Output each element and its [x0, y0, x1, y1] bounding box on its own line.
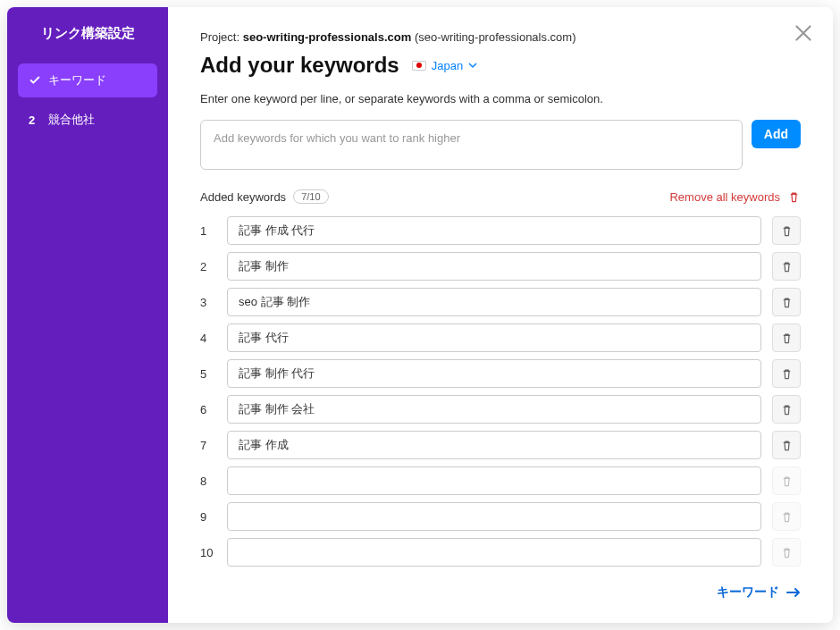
keyword-input[interactable]	[227, 431, 761, 459]
keyword-input[interactable]	[227, 216, 761, 245]
country-name: Japan	[432, 59, 463, 72]
keyword-input[interactable]	[227, 359, 761, 388]
keyword-textarea[interactable]	[200, 120, 743, 170]
delete-keyword-button	[772, 466, 801, 495]
delete-keyword-button	[772, 538, 801, 567]
main-panel: Project: seo-writing-professionals.com (…	[168, 7, 833, 623]
next-button[interactable]: キーワード	[717, 584, 801, 601]
keyword-row-number: 10	[200, 546, 216, 559]
close-icon	[792, 21, 815, 45]
added-label-text: Added keywords	[200, 190, 286, 204]
trash-icon	[780, 367, 794, 381]
keyword-input[interactable]	[227, 466, 761, 495]
keyword-row: 3	[200, 288, 801, 316]
keyword-row: 1	[200, 216, 801, 245]
trash-icon	[780, 224, 794, 238]
delete-keyword-button[interactable]	[772, 216, 801, 245]
keyword-row-number: 3	[200, 296, 216, 309]
keyword-row-number: 6	[200, 403, 216, 416]
trash-icon	[780, 296, 794, 309]
modal: リンク構築設定 キーワード2競合他社 Project: seo-writing-…	[7, 7, 833, 623]
keyword-list: 12345678910	[200, 216, 801, 567]
keyword-row-number: 8	[200, 475, 216, 488]
step-item-1[interactable]: キーワード	[18, 63, 157, 97]
keyword-input[interactable]	[227, 502, 761, 531]
keyword-row: 9	[200, 502, 801, 531]
list-header: Added keywords 7/10 Remove all keywords	[200, 189, 801, 204]
add-button[interactable]: Add	[752, 120, 801, 148]
keyword-row: 7	[200, 431, 801, 459]
trash-icon	[780, 332, 794, 345]
keyword-row: 4	[200, 323, 801, 352]
country-selector[interactable]: Japan	[412, 59, 477, 72]
delete-keyword-button[interactable]	[772, 431, 801, 459]
close-button[interactable]	[792, 21, 815, 45]
keyword-input[interactable]	[227, 323, 761, 352]
japan-flag-icon	[412, 61, 426, 71]
sidebar: リンク構築設定 キーワード2競合他社	[7, 7, 168, 623]
keyword-row: 5	[200, 359, 801, 388]
trash-icon	[780, 475, 794, 488]
footer: キーワード	[200, 584, 801, 601]
delete-keyword-button[interactable]	[772, 252, 801, 281]
trash-icon	[780, 439, 794, 452]
trash-icon	[780, 510, 794, 524]
keyword-input[interactable]	[227, 288, 761, 316]
keyword-input[interactable]	[227, 538, 761, 567]
instruction-text: Enter one keyword per line, or separate …	[200, 92, 801, 105]
keyword-row: 6	[200, 395, 801, 424]
keyword-row: 8	[200, 466, 801, 495]
keyword-input[interactable]	[227, 252, 761, 281]
title-row: Add your keywords Japan	[200, 53, 801, 78]
trash-icon	[780, 403, 794, 416]
input-row: Add	[200, 120, 801, 170]
keyword-count-pill: 7/10	[293, 189, 328, 204]
keyword-row-number: 7	[200, 439, 216, 452]
delete-keyword-button[interactable]	[772, 323, 801, 352]
delete-keyword-button	[772, 502, 801, 531]
page-title: Add your keywords	[200, 53, 399, 78]
keyword-row-number: 5	[200, 367, 216, 381]
step-item-2[interactable]: 2競合他社	[18, 103, 157, 137]
trash-icon	[780, 260, 794, 273]
step-number: 2	[29, 113, 41, 127]
keyword-row-number: 1	[200, 224, 216, 238]
delete-keyword-button[interactable]	[772, 359, 801, 388]
sidebar-title: リンク構築設定	[18, 25, 157, 42]
keyword-row: 10	[200, 538, 801, 567]
trash-icon	[787, 190, 801, 204]
step-label: キーワード	[48, 72, 106, 88]
remove-all-label: Remove all keywords	[669, 190, 780, 204]
keyword-row-number: 9	[200, 510, 216, 524]
delete-keyword-button[interactable]	[772, 395, 801, 424]
project-name: seo-writing-professionals.com	[243, 30, 412, 44]
check-icon	[29, 74, 41, 87]
project-label: Project:	[200, 30, 239, 44]
remove-all-button[interactable]: Remove all keywords	[669, 190, 801, 204]
keyword-row-number: 2	[200, 260, 216, 273]
keyword-row-number: 4	[200, 332, 216, 345]
keyword-input[interactable]	[227, 395, 761, 424]
arrow-right-icon	[786, 587, 801, 598]
project-domain: (seo-writing-professionals.com)	[415, 30, 576, 44]
project-line: Project: seo-writing-professionals.com (…	[200, 30, 801, 44]
delete-keyword-button[interactable]	[772, 288, 801, 316]
next-label: キーワード	[717, 584, 779, 601]
trash-icon	[780, 546, 794, 559]
added-keywords-label: Added keywords 7/10	[200, 189, 329, 204]
chevron-down-icon	[468, 61, 477, 70]
step-label: 競合他社	[48, 112, 95, 128]
keyword-row: 2	[200, 252, 801, 281]
